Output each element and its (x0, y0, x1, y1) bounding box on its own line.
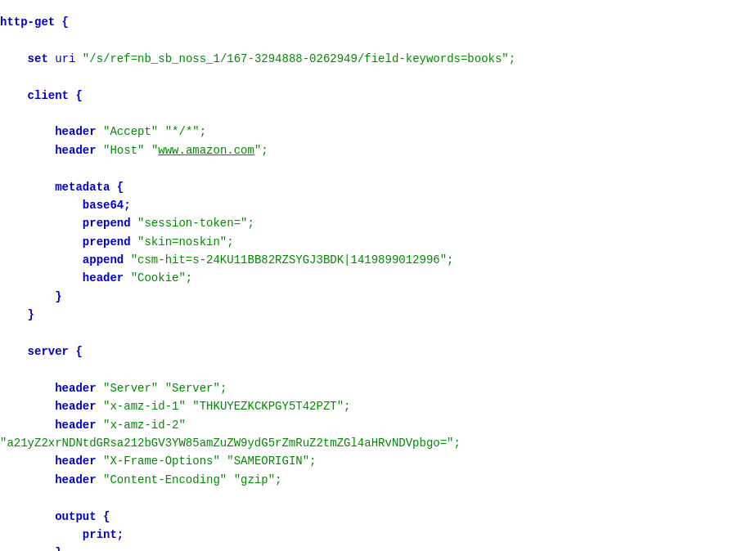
value-append: "csm-hit=s-24KU11BB82RZSYGJ3BDK|14198990… (131, 253, 454, 267)
keyword-prepend-skin: prepend (83, 235, 131, 249)
keyword-server: server { (28, 345, 83, 358)
value-content-encoding-key: "Content-Encoding" (103, 473, 227, 486)
value-prepend-skin: "skin=noskin"; (137, 235, 234, 249)
keyword-header-content-encoding: header (55, 473, 96, 486)
keyword-http-get: http-get { (0, 16, 69, 29)
value-accept-val: "*/*"; (165, 125, 206, 138)
keyword-client: client { (28, 89, 83, 102)
value-uri: "/s/ref=nb_sb_noss_1/167-3294888-0262949… (83, 52, 515, 65)
value-server-val: "Server"; (165, 382, 227, 395)
value-x-amz-id-2-val: "a21yZ2xrNDNtdGRsa212bGV3YW85amZuZW9ydG5… (0, 437, 461, 450)
link-amazon[interactable]: www.amazon.com (158, 144, 254, 157)
value-x-amz-id-1-val: "THKUYEZKCKPGY5T42PZT"; (192, 400, 350, 413)
output-close: } (55, 546, 61, 551)
value-prepend-session: "session-token="; (137, 217, 254, 230)
keyword-header-cookie: header (83, 271, 124, 284)
metadata-close: } (55, 290, 61, 303)
value-x-frame-key: "X-Frame-Options" (103, 455, 220, 468)
keyword-output: output { (55, 510, 110, 523)
keyword-header-host: header (55, 144, 96, 157)
keyword-append: append (83, 253, 124, 267)
value-cookie: "Cookie"; (131, 271, 193, 284)
keyword-header-server: header (55, 382, 96, 395)
keyword-prepend-session: prepend (83, 217, 131, 230)
value-accept-key: "Accept" (103, 125, 158, 138)
keyword-header-accept: header (55, 125, 96, 138)
keyword-uri: uri (55, 52, 75, 65)
value-x-frame-val: "SAMEORIGIN"; (227, 455, 316, 468)
keyword-header-x-frame: header (55, 455, 96, 468)
value-content-encoding-val: "gzip"; (234, 473, 282, 486)
keyword-set: set (28, 52, 48, 65)
value-x-amz-id-1-key: "x-amz-id-1" (103, 400, 186, 413)
code-block: http-get { set uri "/s/ref=nb_sb_noss_1/… (0, 13, 756, 551)
value-x-amz-id-2-key: "x-amz-id-2" (103, 419, 186, 432)
keyword-header-x-amz-id-1: header (55, 400, 96, 413)
keyword-metadata: metadata { (55, 181, 124, 194)
value-host-key: "Host" (103, 144, 144, 157)
value-server-key: "Server" (103, 382, 158, 395)
keyword-print: print; (83, 528, 124, 541)
value-host-quote-close: "; (254, 144, 268, 157)
keyword-header-x-amz-id-2: header (55, 419, 96, 432)
keyword-base64: base64; (83, 199, 131, 212)
client-close: } (28, 308, 34, 321)
